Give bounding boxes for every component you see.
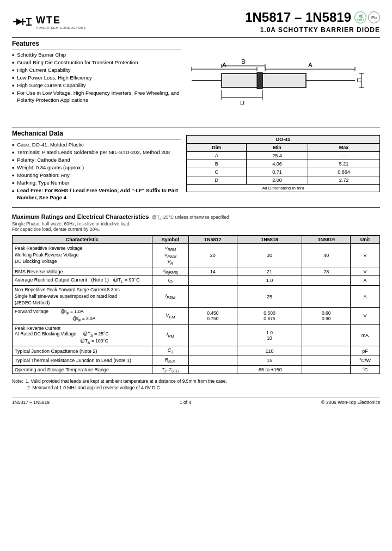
- table-row: Average Rectified Output Current (Note 1…: [13, 276, 380, 285]
- part-number: 1N5817 – 1N5819: [245, 10, 351, 25]
- table-row: A 25.4 —: [187, 152, 380, 160]
- col-characteristic: Characteristic: [13, 235, 152, 243]
- table-row: Non-Repetitive Peak Forward Surge Curren…: [13, 285, 380, 308]
- mech-list: •Case: DO-41, Molded Plastic •Terminals:…: [12, 142, 181, 201]
- bullet-icon: •: [12, 52, 14, 59]
- col-min: Min: [247, 144, 308, 152]
- header-divider: [12, 37, 380, 38]
- col-1n5818: 1N5818: [237, 235, 302, 243]
- footer-part: 1N5817 – 1N5819: [12, 400, 50, 405]
- footer-page: 1 of 4: [180, 400, 191, 405]
- do41-table: DO-41 Dim Min Max A 25.4 — B 4.06 5.21 C…: [186, 135, 380, 192]
- list-item: •Marking: Type Number: [12, 180, 181, 187]
- notes-section: Note: 1. Valid provided that leads are k…: [12, 378, 380, 391]
- diagram-col: A B A D C: [186, 40, 380, 123]
- section-divider: [12, 127, 380, 127]
- page-header: WTE POWER SEMICONDUCTORS 1N5817 – 1N5819…: [12, 10, 380, 34]
- col-dim: Dim: [187, 144, 247, 152]
- rohs-badge: 🌿 RoHS: [354, 11, 366, 23]
- footer-copyright: © 2006 Won-Top Electronics: [321, 400, 380, 405]
- table-row: Peak Reverse CurrentAt Rated DC Blocking…: [13, 324, 380, 346]
- table-row: RMS Reverse Voltage VR(RMS) 14 21 28 V: [13, 267, 380, 276]
- logo-text-area: WTE POWER SEMICONDUCTORS: [36, 15, 86, 29]
- bullet-icon: •: [12, 157, 14, 164]
- features-section: Features •Schottky Barrier Chip •Guard R…: [12, 40, 380, 123]
- pb-badge: Pb: [368, 11, 380, 23]
- max-ratings-section: Maximum Ratings and Electrical Character…: [12, 213, 380, 375]
- table-row: Peak Repetitive Reverse VoltageWorking P…: [13, 243, 380, 267]
- list-item: •Polarity: Cathode Band: [12, 157, 181, 164]
- features-list: •Schottky Barrier Chip •Guard Ring Die C…: [12, 52, 181, 104]
- table-row: C 0.71 0.864: [187, 168, 380, 176]
- table-row: Typical Thermal Resistance Junction to L…: [13, 356, 380, 366]
- mechanical-section: Mechanical Data •Case: DO-41, Molded Pla…: [12, 130, 380, 202]
- bullet-icon: •: [12, 173, 14, 179]
- bullet-icon: •: [12, 188, 14, 194]
- list-item: •Weight: 0.34 grams (approx.): [12, 164, 181, 172]
- svg-text:A: A: [222, 62, 226, 68]
- table-row: Forward Voltage @IF = 1.0A @IF = 3.0A VF…: [13, 308, 380, 324]
- max-ratings-note1: Single Phase, half wave, 60Hz, resistive…: [12, 221, 380, 226]
- logo-arrow-icon: [12, 14, 33, 29]
- bullet-icon: •: [12, 142, 14, 149]
- table-row: B 4.06 5.21: [187, 160, 380, 168]
- col-symbol: Symbol: [152, 235, 189, 243]
- page-footer: 1N5817 – 1N5819 1 of 4 © 2006 Won-Top El…: [12, 397, 380, 405]
- svg-text:B: B: [241, 58, 245, 65]
- list-item: •High Current Capability: [12, 67, 181, 74]
- bullet-icon: •: [12, 150, 14, 156]
- part-number-area: 1N5817 – 1N5819 🌿 RoHS Pb 1.0A SCHOTTKY …: [245, 10, 380, 34]
- list-item: •High Surge Current Capability: [12, 82, 181, 89]
- do41-col: DO-41 Dim Min Max A 25.4 — B 4.06 5.21 C…: [186, 130, 380, 202]
- mechanical-title: Mechanical Data: [12, 130, 181, 137]
- mech-divider: [12, 139, 181, 140]
- logo-wte-text: WTE: [36, 15, 86, 26]
- section-divider2: [12, 207, 380, 208]
- bullet-icon: •: [12, 75, 14, 82]
- note2-text: 2. Measured at 1.0 MHz and applied rever…: [27, 385, 380, 391]
- list-item: •Case: DO-41, Molded Plastic: [12, 142, 181, 149]
- list-item: •Terminals: Plated Leads Solderable per …: [12, 149, 181, 156]
- svg-rect-10: [262, 74, 306, 88]
- svg-marker-1: [16, 19, 23, 25]
- col-max: Max: [308, 144, 379, 152]
- do41-title: DO-41: [187, 136, 380, 144]
- col-1n5817: 1N5817: [189, 235, 237, 243]
- features-col: Features •Schottky Barrier Chip •Guard R…: [12, 40, 181, 123]
- diode-diagram-svg: A B A D C: [186, 45, 366, 121]
- list-item: •Mounting Position: Any: [12, 172, 181, 179]
- svg-rect-9: [257, 72, 262, 89]
- svg-text:C: C: [357, 77, 361, 83]
- max-ratings-note2: For capacitive load, derate current by 2…: [12, 226, 380, 232]
- do41-note: All Dimensions in mm: [187, 185, 380, 192]
- col-1n5819: 1N5819: [302, 235, 351, 243]
- characteristics-table: Characteristic Symbol 1N5817 1N5818 1N58…: [12, 235, 380, 375]
- logo-area: WTE POWER SEMICONDUCTORS: [12, 14, 86, 29]
- bullet-icon: •: [12, 165, 14, 172]
- max-ratings-note: @T⁁=25°C unless otherwise specified: [152, 215, 229, 220]
- note1-text: Note: 1. Valid provided that leads are k…: [12, 378, 380, 385]
- bullet-icon: •: [12, 60, 14, 66]
- list-item: •For Use in Low Voltage, High Frequency …: [12, 90, 181, 104]
- logo-subtitle: POWER SEMICONDUCTORS: [36, 26, 86, 29]
- svg-text:A: A: [308, 62, 313, 68]
- list-item: •Lead Free: For RoHS / Lead Free Version…: [12, 187, 181, 201]
- bullet-icon: •: [12, 68, 14, 74]
- table-row: D 2.00 2.72: [187, 176, 380, 185]
- svg-text:D: D: [240, 100, 244, 106]
- bullet-icon: •: [12, 180, 14, 187]
- list-item: •Schottky Barrier Chip: [12, 52, 181, 59]
- table-row: Typical Junction Capacitance (Note 2) CJ…: [13, 346, 380, 356]
- bullet-icon: •: [12, 83, 14, 89]
- max-ratings-title: Maximum Ratings and Electrical Character…: [12, 213, 149, 220]
- badges: 🌿 RoHS Pb: [354, 11, 380, 23]
- list-item: •Guard Ring Die Construction for Transie…: [12, 59, 181, 66]
- col-unit: Unit: [351, 235, 380, 243]
- mechanical-col: Mechanical Data •Case: DO-41, Molded Pla…: [12, 130, 181, 202]
- subtitle: 1.0A SCHOTTKY BARRIER DIODE: [245, 26, 380, 34]
- bullet-icon: •: [12, 90, 14, 97]
- features-divider: [12, 50, 181, 50]
- table-row: All Dimensions in mm: [187, 185, 380, 192]
- features-title: Features: [12, 40, 181, 47]
- table-row: Operating and Storage Temperature Range …: [13, 365, 380, 374]
